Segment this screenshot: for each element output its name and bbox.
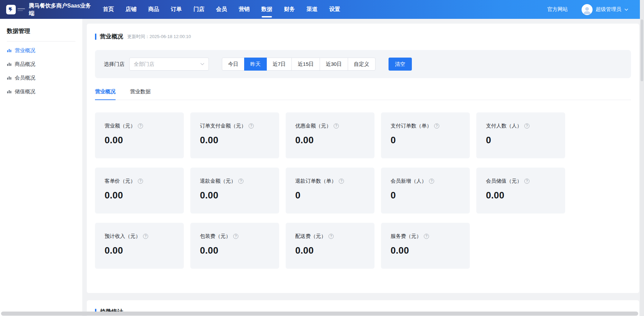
stat-card: 支付订单数（单）?0 [381, 112, 470, 158]
help-icon[interactable]: ? [138, 123, 143, 129]
sidebar-item-business-overview[interactable]: 营业概况 [7, 44, 75, 57]
stat-label-row: 营业额（元）? [105, 123, 174, 129]
help-icon[interactable]: ? [524, 179, 529, 184]
help-icon[interactable]: ? [238, 179, 243, 184]
nav-item-label: 设置 [329, 6, 340, 13]
official-site-link[interactable]: 官方网站 [547, 6, 568, 13]
help-icon[interactable]: ? [249, 123, 254, 129]
stat-card: 预计收入（元）?0.00 [95, 223, 184, 269]
app-logo-icon [6, 5, 16, 14]
sidebar-item-label: 商品概况 [15, 61, 35, 68]
date-range-last-7-days[interactable]: 近7日 [266, 58, 292, 71]
vertical-scrollbar[interactable] [640, 0, 644, 316]
nav-item-label: 门店 [193, 6, 204, 13]
clear-button[interactable]: 清空 [389, 58, 412, 71]
date-range-last-30-days[interactable]: 近30日 [320, 58, 348, 71]
sidebar-item-label: 储值概况 [15, 88, 35, 95]
stats-grid: 营业额（元）?0.00订单支付金额（元）?0.00优惠金额（元）?0.00支付订… [95, 112, 631, 269]
tab-business-data[interactable]: 营业数据 [130, 88, 151, 100]
stat-label: 订单支付金额（元） [200, 123, 246, 129]
help-icon[interactable]: ? [434, 123, 439, 129]
sidebar-title: 数据管理 [7, 27, 75, 35]
sidebar-item-stored-value-overview[interactable]: 储值概况 [7, 85, 75, 98]
nav-item-channels[interactable]: 渠道 [307, 0, 318, 19]
stat-label-row: 退款订单数（单）? [295, 178, 365, 184]
tab-label: 营业概况 [95, 88, 116, 94]
overview-card: 营业概况 更新时间：2025-06-18 12:00:10 选择门店 全部门店 … [87, 24, 639, 293]
date-range-custom[interactable]: 自定义 [348, 58, 375, 71]
horizontal-scrollbar-thumb[interactable] [1, 312, 638, 316]
help-icon[interactable]: ? [334, 123, 339, 129]
stat-label: 会员新增（人） [391, 178, 427, 184]
update-time-value: 2025-06-18 12:00:10 [150, 34, 191, 39]
tab-business-overview[interactable]: 营业概况 [95, 88, 116, 100]
stat-value: 0.00 [295, 245, 365, 256]
nav-item-orders[interactable]: 订单 [171, 0, 182, 19]
date-range-yesterday[interactable]: 昨天 [244, 58, 267, 71]
nav-item-stores[interactable]: 门店 [193, 0, 204, 19]
stat-label-row: 订单支付金额（元）? [200, 123, 270, 129]
stat-value: 0.00 [200, 190, 270, 201]
person-icon [582, 5, 592, 15]
nav-item-settings[interactable]: 设置 [329, 0, 340, 19]
nav-item-marketing[interactable]: 营销 [239, 0, 250, 19]
nav-item-label: 渠道 [307, 6, 318, 13]
nav-active-indicator [262, 16, 272, 17]
help-icon[interactable]: ? [329, 234, 334, 239]
nav-item-goods[interactable]: 商品 [148, 0, 159, 19]
stat-label-row: 退款金额（元）? [200, 178, 270, 184]
store-select-placeholder: 全部门店 [134, 61, 154, 68]
help-icon[interactable]: ? [524, 123, 529, 129]
stat-value: 0.00 [295, 135, 365, 146]
stat-card: 配送费（元）?0.00 [286, 223, 374, 269]
date-range-today[interactable]: 今日 [222, 58, 245, 71]
stat-card: 客单价（元）?0.00 [95, 168, 184, 214]
nav-item-label: 财务 [284, 6, 295, 13]
vertical-scrollbar-thumb[interactable] [641, 20, 643, 81]
help-icon[interactable]: ? [143, 234, 148, 239]
sidebar-item-goods-overview[interactable]: 商品概况 [7, 57, 75, 71]
stat-card: 会员新增（人）?0 [381, 168, 470, 214]
store-select[interactable]: 全部门店 [129, 58, 209, 71]
help-icon[interactable]: ? [233, 234, 238, 239]
filter-box: 选择门店 全部门店 今日昨天近7日近15日近30日自定义 清空 [95, 50, 631, 78]
page-body: 数据管理 营业概况商品概况会员概况储值概况 营业概况 更新时间：2025-06-… [0, 19, 644, 316]
sidebar-item-member-overview[interactable]: 会员概况 [7, 71, 75, 85]
top-navbar: 腾马餐饮多商户Saas业务端 首页店铺商品订单门店会员营销数据财务渠道设置 官方… [0, 0, 644, 19]
nav-item-label: 会员 [216, 6, 227, 13]
avatar [582, 4, 593, 15]
stat-card: 退款订单数（单）?0 [286, 168, 374, 214]
update-time: 更新时间：2025-06-18 12:00:10 [127, 34, 191, 40]
sidebar-item-label: 营业概况 [15, 47, 35, 54]
nav-item-members[interactable]: 会员 [216, 0, 227, 19]
stat-card: 订单支付金额（元）?0.00 [190, 112, 279, 158]
stat-label-row: 支付订单数（单）? [391, 123, 460, 129]
help-icon[interactable]: ? [339, 179, 344, 184]
app-logo [6, 5, 25, 14]
nav-item-home[interactable]: 首页 [103, 0, 114, 19]
stat-label-row: 客单价（元）? [105, 178, 174, 184]
help-icon[interactable]: ? [429, 179, 434, 184]
stat-label-row: 会员新增（人）? [391, 178, 460, 184]
stat-card: 营业额（元）?0.00 [95, 112, 184, 158]
stat-label: 服务费（元） [391, 233, 421, 240]
help-icon[interactable]: ? [424, 234, 429, 239]
nav-item-finance[interactable]: 财务 [284, 0, 295, 19]
section-title: 营业概况 [100, 33, 123, 40]
section-header: 营业概况 更新时间：2025-06-18 12:00:10 [95, 33, 631, 40]
stat-card: 服务费（元）?0.00 [381, 223, 470, 269]
date-range-last-15-days[interactable]: 近15日 [291, 58, 320, 71]
stat-label: 营业额（元） [105, 123, 135, 129]
main-content: 营业概况 更新时间：2025-06-18 12:00:10 选择门店 全部门店 … [82, 19, 644, 316]
sidebar: 数据管理 营业概况商品概况会员概况储值概况 [0, 19, 82, 316]
stat-label: 优惠金额（元） [295, 123, 331, 129]
bar-chart-icon [7, 62, 12, 66]
stat-label: 退款订单数（单） [295, 178, 336, 184]
help-icon[interactable]: ? [138, 179, 143, 184]
date-range-group: 今日昨天近7日近15日近30日自定义 [222, 58, 375, 71]
nav-item-shop[interactable]: 店铺 [126, 0, 136, 19]
nav-item-data[interactable]: 数据 [261, 0, 272, 19]
stat-label: 客单价（元） [105, 178, 135, 184]
user-menu[interactable]: 超级管理员 [582, 4, 628, 15]
stat-value: 0.00 [200, 135, 270, 146]
